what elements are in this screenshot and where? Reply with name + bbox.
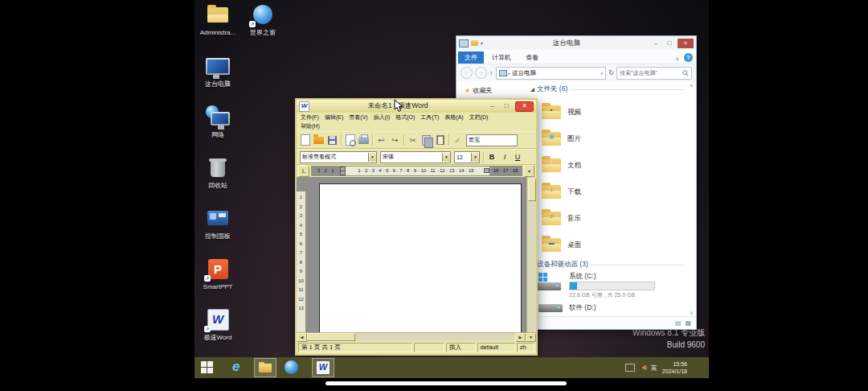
- tab-selector-button[interactable]: L: [298, 166, 309, 177]
- input-language-indicator[interactable]: 英: [651, 364, 657, 372]
- menu-help[interactable]: 帮助(H): [301, 122, 320, 130]
- word-titlebar[interactable]: W 未命名1 - 极速Word – □ ✕: [297, 100, 536, 113]
- menu-document[interactable]: 文档(D): [469, 113, 489, 121]
- desktop-icon-world-window-browser[interactable]: ↗ 世界之窗: [241, 2, 285, 36]
- menu-view[interactable]: 查看(V): [349, 113, 367, 121]
- word-maximize-button[interactable]: □: [501, 102, 513, 111]
- menu-format[interactable]: 格式(O): [395, 113, 415, 121]
- scroll-up-icon[interactable]: ▲: [524, 165, 534, 177]
- save-icon[interactable]: [327, 135, 338, 146]
- font-name-combobox[interactable]: 宋体 ▼: [380, 151, 451, 163]
- zoom-combobox[interactable]: 页宽: [466, 134, 518, 146]
- font-size-combobox[interactable]: 12 ▼: [454, 151, 480, 163]
- nav-favorites[interactable]: ★ 收藏夹: [457, 81, 529, 95]
- network-status-icon[interactable]: [625, 364, 635, 372]
- document-page[interactable]: [319, 183, 522, 332]
- menu-insert[interactable]: 插入(I): [374, 113, 391, 121]
- hanging-indent-marker[interactable]: [340, 171, 346, 175]
- breadcrumb-location[interactable]: 这台电脑: [512, 69, 536, 77]
- copy-icon[interactable]: [421, 135, 432, 146]
- underline-button[interactable]: U: [513, 153, 522, 161]
- combo-arrow-icon[interactable]: ▼: [442, 153, 450, 162]
- desktop-icon-this-pc[interactable]: 这台电脑: [196, 53, 240, 88]
- horizontal-scrollbar[interactable]: ◀ ▶ ▼: [297, 332, 536, 341]
- group-collapse-icon[interactable]: [530, 88, 534, 92]
- qat-customize-icon[interactable]: ▾: [481, 40, 483, 46]
- taskbar-browser-icon[interactable]: [285, 360, 298, 374]
- bold-button[interactable]: B: [487, 153, 497, 161]
- explorer-minimize-button[interactable]: –: [650, 39, 661, 47]
- scroll-up-icon[interactable]: ∧: [688, 82, 695, 88]
- desktop-icon-administrator[interactable]: Administra...: [196, 2, 240, 36]
- start-button[interactable]: [201, 361, 213, 373]
- combo-arrow-icon[interactable]: ▼: [368, 153, 376, 162]
- vertical-scrollbar[interactable]: [526, 177, 536, 332]
- folder-item-music[interactable]: ♪ 音乐: [542, 212, 581, 225]
- cut-icon[interactable]: ✂: [407, 135, 418, 146]
- menu-tools[interactable]: 工具(T): [420, 113, 439, 121]
- explorer-titlebar[interactable]: ▾ 这台电脑 – □ ✕: [457, 36, 696, 50]
- qat-computer-icon[interactable]: [459, 39, 469, 47]
- vertical-scroll-thumb[interactable]: [528, 179, 536, 201]
- taskbar-word-icon[interactable]: W: [312, 358, 334, 377]
- tab-view[interactable]: 查看: [519, 51, 545, 64]
- new-document-icon[interactable]: [300, 135, 310, 146]
- address-dropdown-icon[interactable]: ∨: [600, 71, 604, 76]
- folder-item-documents[interactable]: ▯ 文档: [542, 158, 581, 172]
- forward-icon[interactable]: →: [475, 67, 487, 79]
- desktop-icon-smartppt[interactable]: P ↗ SmartPPT: [196, 256, 240, 290]
- horizontal-scroll-thumb[interactable]: [307, 333, 355, 341]
- spell-check-icon[interactable]: ✓: [452, 135, 463, 146]
- print-preview-icon[interactable]: [345, 135, 355, 146]
- insert-mode-indicator[interactable]: 插入: [446, 343, 476, 352]
- breadcrumb[interactable]: ▸ 这台电脑 ∨: [496, 67, 607, 80]
- taskbar-explorer-icon[interactable]: [254, 358, 276, 377]
- desktop-icon-network[interactable]: 网络: [196, 104, 240, 138]
- view-list-icon[interactable]: ▤: [675, 319, 682, 327]
- print-icon[interactable]: [358, 135, 369, 146]
- view-thumbnails-icon[interactable]: ▦: [685, 319, 691, 327]
- folder-item-videos[interactable]: ▪ 视频: [542, 105, 581, 119]
- qat-folder-icon[interactable]: [471, 40, 478, 46]
- tab-file[interactable]: 文件: [458, 51, 484, 64]
- italic-button[interactable]: I: [500, 153, 510, 161]
- view-mode-combobox[interactable]: 标准查看模式 ▼: [300, 151, 377, 163]
- refresh-icon[interactable]: ↻: [608, 69, 614, 76]
- desktop-icon-recycle-bin[interactable]: 回收站: [196, 154, 240, 189]
- video-progress-bar[interactable]: [326, 381, 567, 385]
- folder-item-pictures[interactable]: ▣ 图片: [542, 132, 581, 146]
- folder-item-downloads[interactable]: ↓ 下载: [542, 185, 581, 199]
- menu-edit[interactable]: 编辑(E): [325, 113, 343, 121]
- word-minimize-button[interactable]: –: [486, 102, 498, 111]
- back-icon[interactable]: ←: [461, 67, 473, 79]
- ribbon-expand-icon[interactable]: ∨: [676, 56, 679, 61]
- taskbar-ie-icon[interactable]: e: [232, 359, 240, 375]
- desktop-icon-jisu-word[interactable]: W ↗ 极速Word: [196, 307, 240, 341]
- redo-icon[interactable]: ↪: [390, 135, 400, 146]
- drives-group-header[interactable]: 设备和驱动器 (3): [530, 260, 683, 270]
- taskbar-clock[interactable]: 15:56 2024/1/18: [662, 360, 687, 375]
- help-icon[interactable]: ?: [684, 53, 693, 62]
- paste-icon[interactable]: [435, 135, 445, 146]
- explorer-scrollbar[interactable]: ∧ ∨: [688, 82, 695, 315]
- right-indent-marker[interactable]: [484, 168, 489, 173]
- tab-computer[interactable]: 计算机: [485, 51, 518, 64]
- folders-group-header[interactable]: 文件夹 (6): [530, 84, 683, 94]
- up-icon[interactable]: ↑: [489, 69, 493, 77]
- combo-arrow-icon[interactable]: ▼: [471, 153, 479, 162]
- folder-item-desktop[interactable]: ▬ 桌面: [542, 238, 581, 252]
- search-input[interactable]: [620, 70, 682, 76]
- explorer-maximize-button[interactable]: □: [664, 39, 675, 47]
- explorer-close-button[interactable]: ✕: [678, 39, 694, 48]
- shortcut-arrow-icon: ↗: [204, 326, 211, 332]
- menu-table[interactable]: 表格(A): [444, 113, 463, 121]
- desktop-icon-control-panel[interactable]: 控制面板: [196, 205, 240, 240]
- volume-icon[interactable]: [640, 365, 646, 370]
- menu-file[interactable]: 文件(F): [301, 113, 319, 121]
- search-box[interactable]: [616, 67, 692, 80]
- open-icon[interactable]: [313, 135, 324, 146]
- word-close-button[interactable]: ✕: [515, 101, 534, 112]
- desktop-icon-label: 极速Word: [196, 334, 240, 341]
- undo-icon[interactable]: ↩: [376, 135, 387, 146]
- scroll-down-icon[interactable]: ∨: [688, 310, 695, 315]
